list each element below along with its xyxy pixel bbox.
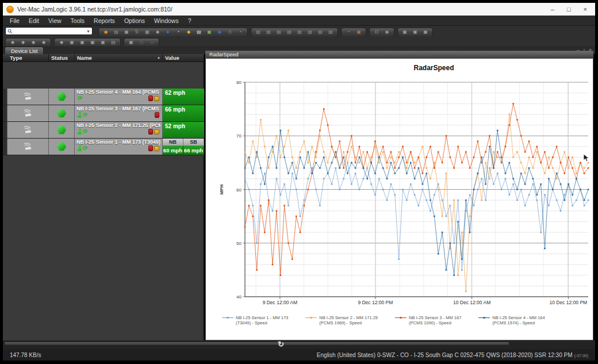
photo-icon[interactable]: ▣: [354, 29, 364, 36]
script-icon[interactable]: ●: [163, 29, 173, 36]
device-row[interactable]: NB I-25 Sensor 1 - MM 173 (T3049)⟳NBSB60…: [3, 139, 203, 155]
legend-label: NB I-25 Sensor 1 - MM 173(T3049) - Speed: [236, 315, 288, 325]
context-status-text: English (United States) 0-SWZ - CO - I-2…: [317, 352, 573, 358]
device-name: NB I-25 Sensor 2 - MM 171.25 (PCMS: [76, 122, 160, 128]
report-1-icon[interactable]: ▤: [254, 29, 263, 36]
menu-item-tools[interactable]: Tools: [66, 17, 90, 24]
report-3-icon[interactable]: ▤: [274, 29, 284, 36]
image-icon[interactable]: ▣: [205, 29, 214, 36]
device-list-panel: Type Status Name▲ Value NB I-25 Sensor 4…: [3, 54, 204, 340]
row-indicator: [3, 105, 7, 121]
menu-item-view[interactable]: View: [44, 17, 66, 24]
report-7-icon[interactable]: ▤: [316, 29, 325, 36]
header-status[interactable]: Status: [49, 54, 75, 62]
minimize-button[interactable]: –: [551, 6, 554, 13]
row-indicator: [3, 122, 7, 138]
type-cell: [7, 122, 49, 138]
close-button[interactable]: ×: [584, 6, 587, 13]
search-dropdown-icon[interactable]: ▼: [86, 29, 90, 33]
type-cell: [7, 105, 49, 121]
window-2-icon[interactable]: ▣: [411, 29, 420, 36]
camera-icon[interactable]: ◉: [382, 29, 392, 36]
window-title: Ver-Mac JamLogic 3.96.1 net.tcp://svr1.j…: [17, 6, 551, 13]
legend-item: NB I-25 Sensor 3 - MM 167(PCMS 1090) - S…: [395, 315, 461, 325]
scrollbar-thumb[interactable]: [5, 342, 509, 345]
header-type[interactable]: Type: [7, 54, 49, 62]
timer-icon[interactable]: ◔: [344, 29, 354, 36]
report-8-icon[interactable]: ▤: [326, 29, 336, 36]
wrench-icon[interactable]: ◆: [57, 39, 67, 46]
radarspeed-chart: 9 Dec 12:00 AM9 Dec 12:00 PM10 Dec 12:00…: [206, 59, 593, 312]
edit-1-icon[interactable]: ▣: [67, 39, 77, 46]
row-indicator: [3, 89, 7, 105]
tag-yellow-icon: [154, 96, 159, 101]
toolbar-secondary: ◆◆◆◆◆▣▣▣▣▤▣□↔: [3, 36, 595, 46]
device-1-icon[interactable]: ◆: [8, 39, 18, 46]
device-row[interactable]: NB I-25 Sensor 3 - MM 167 (PCMS 10⟳66 mp…: [3, 105, 203, 122]
document-icon[interactable]: ▤: [194, 29, 204, 36]
utc-offset: (-07:00): [574, 354, 588, 358]
menu-item-reports[interactable]: Reports: [89, 17, 120, 24]
status-person-icon: [78, 129, 82, 135]
globe-icon[interactable]: ◉: [215, 29, 225, 36]
radarspeed-titlebar[interactable]: RadarSpeed: [206, 51, 593, 59]
radar-sensor-icon: [22, 125, 34, 135]
device-row[interactable]: NB I-25 Sensor 2 - MM 171.25 (PCMS⟳52 mp…: [3, 122, 203, 139]
direction-header: SB: [183, 139, 204, 146]
device-2-icon[interactable]: ◆: [18, 39, 28, 46]
status-person-icon: [78, 112, 82, 118]
tab-device-list[interactable]: Device List: [5, 47, 44, 54]
row-indicator: [3, 139, 7, 155]
window-3-icon[interactable]: ▣: [421, 29, 431, 36]
device-rows: NB I-25 Sensor 4 - MM 164 (PCMS 15⟳62 mp…: [3, 89, 203, 155]
history-icon[interactable]: ◔: [236, 29, 246, 36]
legend-label: NB I-25 Sensor 4 - MM 164(PCMS 1574) - S…: [492, 315, 545, 325]
menu-item-edit[interactable]: Edit: [24, 17, 44, 24]
device-3-icon[interactable]: ◆: [29, 39, 39, 46]
screen-icon[interactable]: □: [137, 39, 147, 46]
stopwatch-icon[interactable]: ◔: [174, 29, 183, 36]
refresh-spinner-icon[interactable]: ↻: [278, 340, 284, 348]
menu-item-file[interactable]: File: [5, 17, 24, 24]
report-5-icon[interactable]: ▤: [295, 29, 305, 36]
status-ok-icon: [57, 109, 67, 118]
name-cell: NB I-25 Sensor 4 - MM 164 (PCMS 15⟳: [75, 89, 163, 105]
toolbar-main: ▼ ◉▤▣↻▦◆●◔◆▤▣◉◇◔▤▤▤▤▤▤▤▤◔▣□◉▣▣▣: [3, 26, 595, 36]
report-4-icon[interactable]: ▤: [285, 29, 294, 36]
svg-text:9 Dec 12:00 AM: 9 Dec 12:00 AM: [263, 300, 297, 305]
edit-2-icon[interactable]: ▣: [78, 39, 87, 46]
legend-item: NB I-25 Sensor 4 - MM 164(PCMS 1574) - S…: [478, 315, 545, 325]
search-input[interactable]: [13, 28, 85, 35]
header-value[interactable]: Value: [163, 54, 204, 62]
svg-text:RadarSpeed: RadarSpeed: [413, 64, 454, 72]
menu-item-help[interactable]: ?: [183, 17, 196, 24]
edit-4-icon[interactable]: ▣: [98, 39, 108, 46]
device-4-icon[interactable]: ◆: [39, 39, 49, 46]
sync-green-icon: ⟳: [83, 112, 87, 118]
menu-item-windows[interactable]: Windows: [150, 17, 183, 24]
device-grid-header: Type Status Name▲ Value: [3, 54, 203, 62]
report-6-icon[interactable]: ▤: [305, 29, 315, 36]
device-row[interactable]: NB I-25 Sensor 4 - MM 164 (PCMS 15⟳62 mp…: [3, 89, 203, 105]
sync-green-icon: ⟳: [78, 95, 82, 101]
edit-3-icon[interactable]: ▣: [88, 39, 98, 46]
alert-red-icon: [148, 129, 153, 135]
monitor-icon[interactable]: □: [372, 29, 382, 36]
plugin-icon[interactable]: ◇: [225, 29, 235, 36]
horizontal-scrollbar[interactable]: ↻: [3, 340, 595, 349]
header-name[interactable]: Name▲: [75, 54, 163, 62]
status-ok-icon: [57, 125, 67, 135]
page-icon[interactable]: ▤: [109, 39, 118, 46]
restore-button[interactable]: □: [567, 6, 571, 13]
value-cell: 52 mph: [163, 122, 204, 138]
chart-legend: NB I-25 Sensor 1 - MM 173(T3049) - Speed…: [222, 315, 593, 325]
report-2-icon[interactable]: ▤: [264, 29, 274, 36]
arrows-icon[interactable]: ↔: [147, 39, 157, 46]
menu-item-options[interactable]: Options: [120, 17, 150, 24]
keys-icon[interactable]: ◆: [184, 29, 194, 36]
radarspeed-chart-area: 9 Dec 12:00 AM9 Dec 12:00 PM10 Dec 12:00…: [206, 59, 593, 340]
window-1-icon[interactable]: ▣: [400, 29, 410, 36]
select-icon[interactable]: ▣: [126, 39, 136, 46]
radar-sensor-icon: [22, 92, 34, 101]
device-name: NB I-25 Sensor 3 - MM 167 (PCMS 10: [76, 106, 160, 112]
